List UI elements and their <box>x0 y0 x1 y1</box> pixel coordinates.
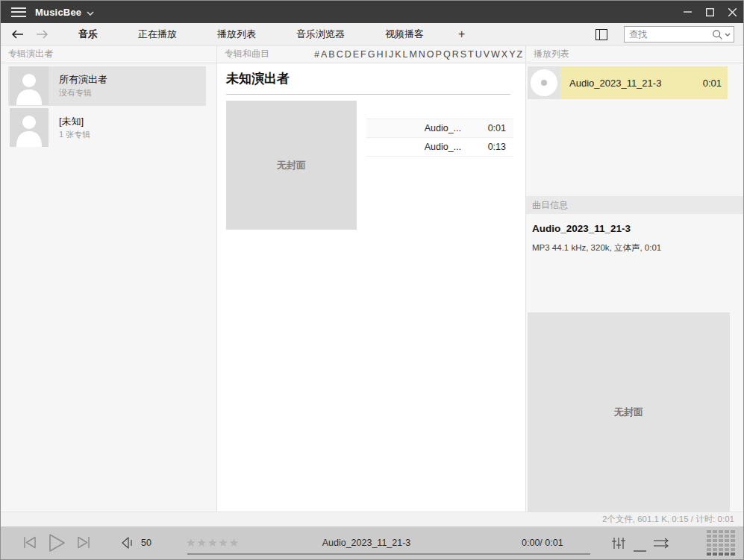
track-info-cover-placeholder: 无封面 <box>528 312 730 512</box>
player-track-title: Audio_2023_11_21-3 <box>247 538 486 548</box>
panel-layout-icon[interactable] <box>595 29 607 40</box>
album-cover-placeholder[interactable]: 无封面 <box>226 101 357 230</box>
cd-icon <box>528 66 560 99</box>
track-row[interactable]: Audio_... 0:13 <box>366 138 513 157</box>
tab-music[interactable]: 音乐 <box>68 28 108 41</box>
artist-avatar <box>10 108 49 147</box>
tab-video-podcasts[interactable]: 视频播客 <box>375 28 434 41</box>
maximize-button[interactable] <box>698 1 721 23</box>
album-artists-panel: 专辑演出者 所有演出者 没有专辑 [未知] <box>1 45 217 512</box>
track-name: Audio_... <box>366 142 472 152</box>
search-input[interactable] <box>625 29 712 40</box>
search-icon[interactable] <box>712 29 734 40</box>
album-artists-header: 专辑演出者 <box>1 45 216 63</box>
alphabet-jump-bar[interactable]: #ABCDEFGHIJKLMNOPQRSTUVWXYZ <box>314 45 524 63</box>
artist-item-unknown[interactable]: [未知] 1 张专辑 <box>8 108 206 148</box>
star-rating[interactable]: ★★★★★ <box>186 536 240 550</box>
albums-tracks-header: 专辑和曲目 <box>225 48 269 60</box>
next-track-button[interactable] <box>75 536 92 552</box>
play-button[interactable] <box>47 533 66 556</box>
collapse-player-icon[interactable] <box>634 542 646 556</box>
person-icon <box>10 66 49 105</box>
search-box <box>624 26 734 43</box>
title-bar: MusicBee <box>1 1 743 23</box>
artist-name: [未知] <box>59 115 84 128</box>
playing-tracks-header: 播放列表 <box>526 45 743 63</box>
hamburger-menu-icon[interactable] <box>11 7 26 17</box>
track-row[interactable]: Audio_... 0:01 <box>366 119 513 138</box>
new-tab-button[interactable]: + <box>458 28 465 41</box>
player-time: 0:00/ 0:01 <box>522 538 563 548</box>
spectrum-visualizer[interactable] <box>707 530 735 556</box>
forward-arrow-icon[interactable] <box>36 30 49 39</box>
window-controls <box>676 1 743 23</box>
now-playing-title: Audio_2023_11_21-3 <box>560 78 703 89</box>
albums-tracks-panel: 专辑和曲目 #ABCDEFGHIJKLMNOPQRSTUVWXYZ 未知演出者 … <box>217 45 525 512</box>
artist-heading: 未知演出者 <box>226 70 510 95</box>
tab-bar: 音乐 正在播放 播放列表 音乐浏览器 视频播客 + <box>1 23 743 45</box>
minimize-button[interactable] <box>676 1 698 23</box>
artist-name: 所有演出者 <box>59 73 107 86</box>
equalizer-icon[interactable] <box>611 537 626 553</box>
artist-item-all[interactable]: 所有演出者 没有专辑 <box>8 66 206 106</box>
chevron-down-icon[interactable] <box>87 11 94 16</box>
back-arrow-icon[interactable] <box>11 30 24 39</box>
track-info-header: 曲目信息 <box>526 196 743 214</box>
artist-detail: 1 张专辑 <box>59 129 90 140</box>
track-info-title: Audio_2023_11_21-3 <box>532 223 631 234</box>
shuffle-icon[interactable] <box>653 538 670 552</box>
albums-tracks-body: 未知演出者 无封面 Audio_... 0:01 Audio_... 0:13 <box>217 63 525 512</box>
track-list: Audio_... 0:01 Audio_... 0:13 <box>366 119 513 157</box>
track-time: 0:01 <box>472 123 513 133</box>
main-area: 专辑演出者 所有演出者 没有专辑 [未知] <box>1 45 743 512</box>
status-text: 2个文件, 601.1 K, 0:15 / 计时: 0:01 <box>602 514 734 525</box>
tab-music-browser[interactable]: 音乐浏览器 <box>286 28 355 41</box>
search-options-chevron-icon <box>725 33 731 37</box>
artist-detail: 没有专辑 <box>59 87 92 98</box>
person-icon <box>10 108 49 147</box>
artist-avatar <box>10 66 49 105</box>
no-cover-label: 无封面 <box>614 406 643 419</box>
tab-playlists[interactable]: 播放列表 <box>207 28 266 41</box>
close-button[interactable] <box>721 1 743 23</box>
volume-icon[interactable] <box>121 537 136 552</box>
track-time: 0:13 <box>472 142 513 152</box>
no-cover-label: 无封面 <box>277 159 306 172</box>
now-playing-row[interactable]: Audio_2023_11_21-3 0:01 <box>528 66 728 99</box>
volume-level: 50 <box>141 538 151 548</box>
musicbee-window: MusicBee 音乐 正在播放 播放列表 音乐浏览器 视频播客 + <box>0 0 744 560</box>
tab-strip: 音乐 正在播放 播放列表 音乐浏览器 视频播客 + <box>68 28 465 41</box>
progress-bar[interactable] <box>187 553 590 555</box>
status-bar: 2个文件, 601.1 K, 0:15 / 计时: 0:01 <box>1 512 743 526</box>
playing-tracks-panel: 播放列表 Audio_2023_11_21-3 0:01 曲目信息 Audio_… <box>525 45 743 512</box>
track-name: Audio_... <box>366 123 472 133</box>
app-title[interactable]: MusicBee <box>35 7 81 18</box>
previous-track-button[interactable] <box>22 536 38 552</box>
tab-now-playing[interactable]: 正在播放 <box>128 28 187 41</box>
now-playing-time: 0:01 <box>703 78 728 89</box>
track-info-details: MP3 44.1 kHz, 320k, 立体声, 0:01 <box>532 242 661 254</box>
player-bar: 50 ★★★★★ Audio_2023_11_21-3 0:00/ 0:01 <box>1 526 743 559</box>
